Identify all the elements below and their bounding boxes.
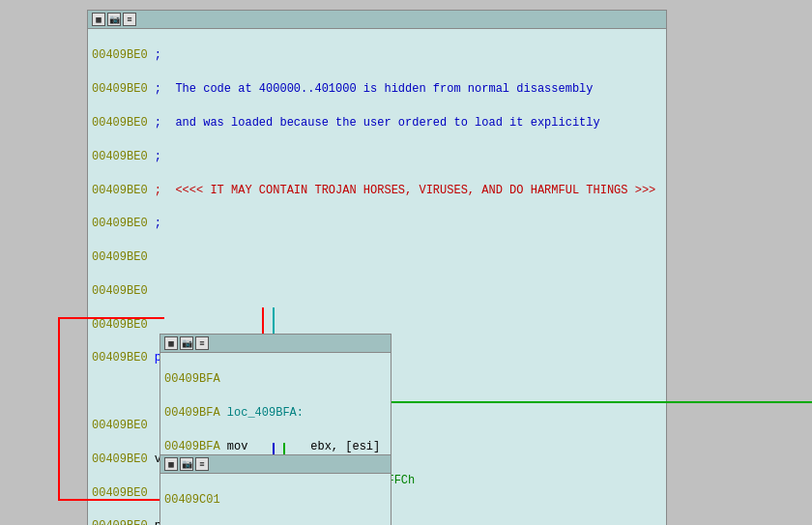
- icon-1: ▦: [92, 13, 105, 26]
- code-line: 00409BE0: [92, 283, 662, 300]
- sub2-code-content: 00409C01 00409C01 loc_409C01: 00409C01 j…: [160, 474, 391, 525]
- icon-2: 📷: [180, 457, 193, 471]
- code-line: 00409BE0 ; The code at 400000..401000 is…: [92, 81, 662, 98]
- icon-3: ≡: [123, 13, 136, 26]
- icon-3: ≡: [195, 336, 209, 350]
- icon-2: 📷: [180, 336, 193, 350]
- code-line: 00409BE0: [92, 317, 662, 334]
- code-line: 00409BE0 ; and was loaded because the us…: [92, 115, 662, 131]
- icon-1: ▦: [164, 336, 178, 350]
- code-line: 00409BE0 ;: [92, 149, 662, 165]
- code-line: 00409BFA: [164, 371, 387, 388]
- icon-2: 📷: [107, 13, 121, 26]
- main-titlebar: ▦ 📷 ≡: [88, 11, 666, 29]
- code-line: 00409BFA loc_409BFA:: [164, 405, 387, 422]
- code-line: 00409BE0 ;: [92, 47, 662, 64]
- code-line: 00409BE0 ; <<<< IT MAY CONTAIN TROJAN HO…: [92, 183, 662, 199]
- sub2-titlebar: ▦ 📷 ≡: [160, 455, 391, 474]
- code-line: 00409BFA mov ebx, [esi]: [164, 439, 387, 455]
- code-line: 00409BE0 ;: [92, 216, 662, 232]
- code-line: 00409C01: [164, 492, 387, 509]
- sub1-titlebar: ▦ 📷 ≡: [160, 335, 391, 353]
- sub-disasm-window-2: ▦ 📷 ≡ 00409C01 00409C01 loc_409C01: 0040…: [160, 454, 392, 525]
- icon-3: ≡: [195, 457, 209, 471]
- code-line: 00409BE0: [92, 249, 662, 266]
- icon-1: ▦: [164, 457, 178, 471]
